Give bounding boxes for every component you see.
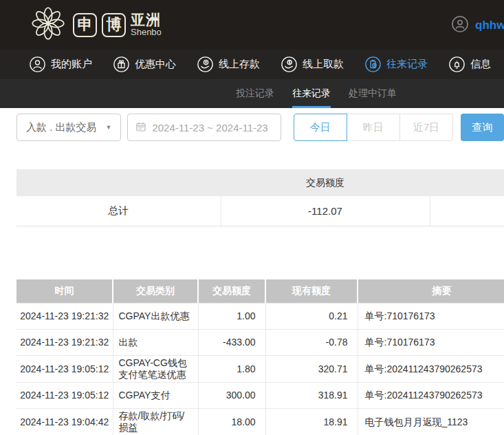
topbar: 申 博 亚洲 Shenbo qhhw2 [0,0,504,50]
filter-bar: 入款 . 出款交易 ▼ 2024-11-23 ~ 2024-11-23 今日 昨… [17,114,504,141]
brand-logo: 申 博 亚洲 Shenbo [30,6,162,44]
cell-balance: 18.91 [265,409,358,435]
nav-item-deposit[interactable]: 线上存款 [197,56,260,73]
table-row: 2024-11-23 19:04:42 存款/取款/打码/损益 18.00 18… [17,409,504,435]
tab-transaction-records[interactable]: 往来记录 [292,79,331,108]
cell-time: 2024-11-23 19:05:12 [17,356,113,383]
table-header-row: 时间 交易类别 交易额度 现有额度 摘要 [17,279,504,304]
cell-time: 2024-11-23 19:05:12 [17,383,113,409]
col-header-memo: 摘要 [358,279,504,304]
cell-memo: 单号:202411243790262573 [358,383,504,409]
tab-bet-records[interactable]: 投注记录 [236,79,274,108]
cell-balance: 320.71 [265,356,358,383]
cell-balance: 0.21 [265,304,358,330]
cell-time: 2024-11-23 19:21:32 [17,330,113,356]
quick-range-group: 今日 昨日 近7日 [294,114,453,141]
tab-label: 处理中订单 [349,87,397,100]
quick-yesterday-button[interactable]: 昨日 [347,114,400,141]
nav-item-promotions[interactable]: 优惠中心 [113,56,176,73]
cell-balance: 318.91 [265,383,358,409]
nav-item-my-account[interactable]: 我的账户 [29,56,92,73]
cell-amount: 1.00 [198,304,265,330]
chevron-down-icon: ▼ [105,124,111,131]
user-icon [29,56,46,73]
summary-total-row: 总计 -112.07 [17,196,504,226]
logo-char-shen: 申 [73,13,97,37]
flower-logo-icon [30,6,66,44]
bell-icon [448,56,465,73]
cell-type: CGPAY-CG钱包支付笔笔送优惠 [113,356,198,383]
nav-item-label: 线上取款 [303,58,344,71]
col-header-type: 交易类别 [113,279,198,304]
tab-label: 投注记录 [236,87,274,100]
transactions-table: 时间 交易类别 交易额度 现有额度 摘要 2024-11-23 19:21:32… [17,279,504,435]
nav-item-label: 往来记录 [386,58,428,71]
summary-total-value: -112.07 [221,196,430,226]
quick-today-button[interactable]: 今日 [294,114,347,141]
table-row: 2024-11-23 19:21:32 CGPAY出款优惠 1.00 0.21 … [17,304,504,330]
user-account[interactable]: qhhw2 [451,15,504,36]
nav-item-transactions[interactable]: 往来记录 [364,56,428,73]
cell-amount: -433.00 [198,330,265,356]
tab-label: 往来记录 [292,87,331,100]
cell-amount: 300.00 [198,383,265,409]
cell-memo: 单号:202411243790262573 [358,356,504,383]
table-row: 2024-11-23 19:21:32 出款 -433.00 -0.78 单号:… [17,330,504,356]
deposit-icon [197,56,214,73]
avatar-icon [451,15,469,36]
col-header-balance: 现有额度 [265,279,358,304]
nav-item-label: 信息 [470,58,491,71]
cell-time: 2024-11-23 19:21:32 [17,304,113,330]
logo-char-bo: 博 [102,13,126,37]
cell-type: CGPAY支付 [113,383,198,409]
transaction-type-select[interactable]: 入款 . 出款交易 ▼ [17,114,121,141]
summary-table: 交易额度 总计 -112.07 [17,169,504,226]
nav-item-label: 我的账户 [51,58,92,71]
cell-type: 出款 [113,330,198,356]
search-button[interactable]: 查询 [461,114,504,141]
summary-header-amount: 交易额度 [221,169,430,196]
gift-icon [113,56,130,73]
logo-latin-text: Shenbo [131,28,162,37]
date-range-value: 2024-11-23 ~ 2024-11-23 [152,122,267,134]
cell-memo: 单号:710176173 [358,304,504,330]
cell-memo: 电子钱包月月返现_1123 [358,409,504,435]
summary-header-empty [430,169,504,196]
col-header-time: 时间 [17,279,113,304]
logo-region-text: 亚洲 [131,12,162,28]
cell-balance: -0.78 [265,330,358,356]
nav-item-label: 线上存款 [219,58,260,71]
tab-pending-orders[interactable]: 处理中订单 [349,79,397,108]
sub-nav: 投注记录 往来记录 处理中订单 [0,79,504,108]
summary-total-label: 总计 [17,196,221,226]
nav-item-messages[interactable]: 信息 [448,56,491,73]
cell-memo: 单号:710176173 [358,330,504,356]
cell-amount: 18.00 [198,409,265,435]
nav-item-withdraw[interactable]: 线上取款 [281,56,344,73]
col-header-amount: 交易额度 [198,279,265,304]
table-row: 2024-11-23 19:05:12 CGPAY支付 300.00 318.9… [17,383,504,409]
quick-last7days-button[interactable]: 近7日 [399,114,453,141]
table-row: 2024-11-23 19:05:12 CGPAY-CG钱包支付笔笔送优惠 1.… [17,356,504,383]
cell-amount: 1.80 [198,356,265,383]
main-nav: 我的账户 优惠中心 线上存款 [0,50,504,79]
date-range-input[interactable]: 2024-11-23 ~ 2024-11-23 [127,114,281,141]
cell-type: 存款/取款/打码/损益 [113,409,198,435]
nav-item-label: 优惠中心 [135,58,176,71]
summary-header-empty [17,169,221,196]
username-text[interactable]: qhhw2 [475,19,504,32]
calendar-icon [135,121,146,134]
withdraw-icon [281,56,298,73]
select-value: 入款 . 出款交易 [26,121,97,134]
records-icon [364,56,382,73]
summary-empty-cell [430,196,504,226]
cell-time: 2024-11-23 19:04:42 [17,409,113,435]
cell-type: CGPAY出款优惠 [113,304,198,330]
summary-header-row: 交易额度 [17,169,504,196]
